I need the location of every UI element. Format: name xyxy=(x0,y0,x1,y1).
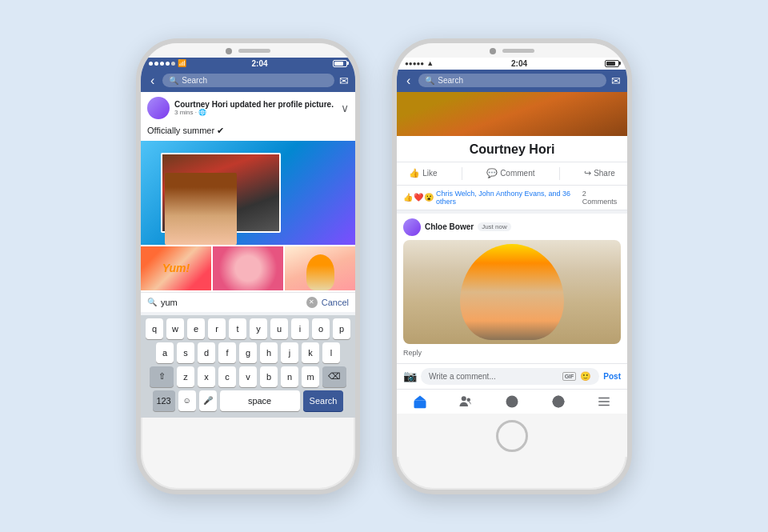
key-i[interactable]: i xyxy=(291,318,309,339)
key-mic[interactable]: 🎤 xyxy=(199,390,217,411)
comment-area: Chloe Bower Just now Reply xyxy=(397,214,627,363)
home-button-right[interactable] xyxy=(496,420,528,452)
search-placeholder-left: Search xyxy=(182,76,207,85)
messenger-icon-right[interactable]: ✉ xyxy=(611,74,621,87)
search-icon-right: 🔍 xyxy=(425,76,434,85)
fb-navbar-right: ‹ 🔍 Search ✉ xyxy=(397,70,627,92)
bottom-nav-right xyxy=(397,389,627,414)
key-num[interactable]: 123 xyxy=(153,390,175,411)
comment-input-bar: 📷 Write a comment... GIF 🙂 Post xyxy=(397,363,627,389)
comment-action[interactable]: 💬 Comment xyxy=(486,167,534,180)
key-n[interactable]: n xyxy=(281,366,298,387)
comment-time-badge: Just now xyxy=(478,222,511,231)
commenter-avatar xyxy=(403,218,421,236)
reactions-text[interactable]: Chris Welch, John Anthony Evans, and 36 … xyxy=(436,190,582,206)
like-label: Like xyxy=(422,169,437,178)
like-action[interactable]: 👍 Like xyxy=(409,167,437,180)
like-icon: 👍 xyxy=(409,168,420,178)
comment-img-content xyxy=(403,240,621,344)
signal-dots-right: ●●●●● xyxy=(405,60,424,67)
key-a[interactable]: a xyxy=(156,342,174,363)
messenger-icon-left[interactable]: ✉ xyxy=(339,74,349,87)
key-s[interactable]: s xyxy=(177,342,194,363)
key-l[interactable]: l xyxy=(322,342,340,363)
post-button[interactable]: Post xyxy=(603,372,621,381)
status-right-right xyxy=(605,60,619,67)
nav-home[interactable] xyxy=(413,394,427,409)
key-k[interactable]: k xyxy=(302,342,319,363)
key-e[interactable]: e xyxy=(187,318,205,339)
dot2 xyxy=(154,62,158,66)
phone-notch-left xyxy=(141,43,355,58)
search-button-keyboard[interactable]: Search xyxy=(303,390,344,411)
key-q[interactable]: q xyxy=(146,318,163,339)
camera-icon[interactable]: 📷 xyxy=(403,370,417,382)
commenter-name: Chloe Bower xyxy=(425,222,474,231)
gif-badge[interactable]: GIF xyxy=(562,372,577,381)
search-bar-right[interactable]: 🔍 Search xyxy=(418,74,606,87)
smiley-icon[interactable]: 🙂 xyxy=(580,371,591,382)
key-g[interactable]: g xyxy=(239,342,257,363)
key-f[interactable]: f xyxy=(218,342,236,363)
wifi-icon-left: 📶 xyxy=(178,59,186,67)
profile-photo-top xyxy=(397,92,627,136)
clear-search-button[interactable]: ✕ xyxy=(306,297,318,308)
nav-video[interactable] xyxy=(505,394,519,409)
grid-photo-2 xyxy=(213,246,283,290)
back-button-right[interactable]: ‹ xyxy=(403,74,414,88)
key-j[interactable]: j xyxy=(281,342,298,363)
key-shift[interactable]: ⇧ xyxy=(150,366,174,387)
key-r[interactable]: r xyxy=(208,318,226,339)
gif-search-icon: 🔍 xyxy=(147,298,157,306)
key-b[interactable]: b xyxy=(260,366,278,387)
share-action[interactable]: ↪ Share xyxy=(584,167,615,180)
heart-emoji: ❤️ xyxy=(414,193,423,202)
cancel-button[interactable]: Cancel xyxy=(322,298,349,307)
comments-count[interactable]: 2 Comments xyxy=(582,190,621,206)
key-y[interactable]: y xyxy=(250,318,267,339)
nav-marketplace[interactable] xyxy=(551,394,566,409)
svg-point-1 xyxy=(462,396,466,401)
key-d[interactable]: d xyxy=(198,342,215,363)
comment-input-field[interactable]: Write a comment... GIF 🙂 xyxy=(421,368,599,385)
key-c[interactable]: c xyxy=(218,366,236,387)
key-x[interactable]: x xyxy=(198,366,215,387)
battery-fill-left xyxy=(334,62,343,66)
key-z[interactable]: z xyxy=(177,366,194,387)
post-author-left: Courtney Hori updated her profile pictur… xyxy=(174,100,336,109)
home-button-area-right xyxy=(397,414,627,457)
post-card-left: Courtney Hori updated her profile pictur… xyxy=(141,92,355,312)
dot4 xyxy=(166,62,170,66)
search-bar-left[interactable]: 🔍 Search xyxy=(162,74,334,87)
svg-rect-0 xyxy=(414,400,426,408)
author-avatar-left xyxy=(147,97,170,119)
dot3 xyxy=(160,62,164,66)
key-space[interactable]: space xyxy=(220,390,300,411)
nav-menu[interactable] xyxy=(597,394,611,409)
key-delete[interactable]: ⌫ xyxy=(322,366,346,387)
key-p[interactable]: p xyxy=(333,318,350,339)
key-emoji[interactable]: ☺ xyxy=(178,390,196,411)
left-phone: 📶 2:04 ‹ 🔍 Search ✉ Courtney Hori update… xyxy=(136,38,360,494)
action-divider-1 xyxy=(462,167,462,180)
grid-photo-1: Yum! xyxy=(141,246,211,290)
nav-friends[interactable] xyxy=(458,394,473,409)
reactions-bar: 👍 ❤️ 😮 Chris Welch, John Anthony Evans, … xyxy=(397,186,627,210)
profile-photo-inner xyxy=(397,92,627,136)
key-o[interactable]: o xyxy=(312,318,330,339)
wifi-icon-right: ▲ xyxy=(426,59,434,67)
key-row-4: 123 ☺ 🎤 space Search xyxy=(142,390,354,411)
search-placeholder-right: Search xyxy=(438,76,463,85)
grid-photo-3 xyxy=(285,246,355,290)
key-t[interactable]: t xyxy=(229,318,246,339)
post-options-left[interactable]: ∨ xyxy=(341,102,349,114)
key-h[interactable]: h xyxy=(260,342,278,363)
reactions-left: 👍 ❤️ 😮 Chris Welch, John Anthony Evans, … xyxy=(403,190,582,206)
key-w[interactable]: w xyxy=(166,318,184,339)
back-button-left[interactable]: ‹ xyxy=(147,74,158,88)
reply-link[interactable]: Reply xyxy=(403,347,621,358)
key-v[interactable]: v xyxy=(239,366,257,387)
key-u[interactable]: u xyxy=(270,318,288,339)
key-m[interactable]: m xyxy=(302,366,319,387)
gif-search-input[interactable]: yum xyxy=(161,298,302,307)
